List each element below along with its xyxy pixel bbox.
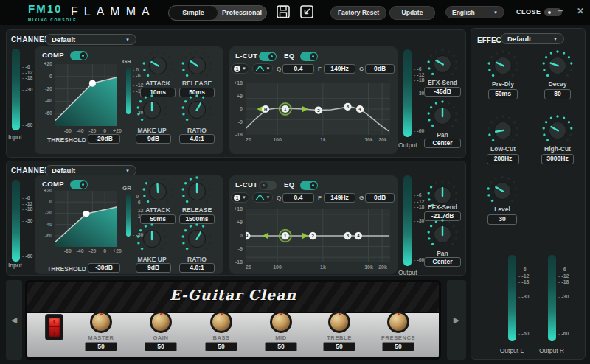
eq-toggle[interactable] bbox=[300, 181, 318, 190]
power-switch[interactable]: 0 1 bbox=[45, 314, 63, 340]
lcut-toggle[interactable] bbox=[259, 52, 277, 61]
update-button[interactable]: Update bbox=[389, 6, 435, 20]
eq-band-selector[interactable]: 1 ▼ bbox=[231, 192, 249, 203]
ratio-knob[interactable] bbox=[181, 94, 213, 126]
low-cut-knob[interactable] bbox=[487, 114, 519, 147]
q-value[interactable]: 0.4 bbox=[282, 64, 314, 74]
decay-value[interactable]: 80 bbox=[544, 89, 571, 99]
attack-label: ATTACK bbox=[142, 80, 174, 87]
bass-value[interactable]: 50 bbox=[205, 342, 237, 351]
channel2-comp-graph[interactable] bbox=[55, 191, 117, 247]
treble-knob[interactable] bbox=[328, 311, 350, 333]
attack-knob[interactable] bbox=[142, 49, 174, 82]
mid-value[interactable]: 50 bbox=[265, 342, 297, 351]
gain-value[interactable]: 50 bbox=[145, 342, 177, 351]
channel1-comp-panel: COMP +200 -20-40 -60 -60-40 -200 +20 GR … bbox=[35, 46, 223, 154]
save-preset-button[interactable] bbox=[274, 3, 292, 21]
amp-panel: E-Guitar Clean 0 1 MASTER GAIN BASS MID … bbox=[25, 280, 441, 360]
efx-send-value[interactable]: -45dB bbox=[424, 87, 461, 97]
channel2-preset-dropdown[interactable]: Default ▼ bbox=[45, 165, 136, 176]
chevron-down-icon: ▼ bbox=[493, 7, 498, 18]
channel2-eq-graph[interactable]: H1234 bbox=[246, 209, 390, 262]
decay-knob[interactable] bbox=[541, 49, 574, 82]
pre-delay-value[interactable]: 50ms bbox=[488, 89, 518, 99]
threshold-value[interactable]: -20dB bbox=[88, 134, 120, 144]
language-dropdown[interactable]: English ▼ bbox=[445, 6, 504, 18]
efx-send-knob[interactable] bbox=[426, 48, 459, 80]
filter-type-selector[interactable]: ▼ bbox=[252, 63, 273, 74]
bass-knob[interactable] bbox=[210, 311, 232, 333]
channel1-comp-graph[interactable] bbox=[55, 64, 117, 126]
prev-amp-button[interactable]: ◀ bbox=[6, 280, 22, 360]
treble-value[interactable]: 50 bbox=[323, 342, 355, 351]
ratio-knob[interactable] bbox=[181, 223, 213, 255]
presence-value[interactable]: 50 bbox=[382, 342, 414, 351]
pan-label: Pan bbox=[420, 250, 465, 257]
chevron-down-icon: ▼ bbox=[125, 38, 130, 42]
comp-toggle[interactable] bbox=[70, 51, 88, 60]
next-amp-button[interactable]: ▶ bbox=[447, 280, 466, 360]
app-logo: FM10 MIXING CONSOLE bbox=[28, 3, 77, 26]
channel1-preset-dropdown[interactable]: Default ▼ bbox=[45, 34, 136, 45]
lcut-label: L-CUT bbox=[235, 52, 258, 60]
eq-toggle[interactable] bbox=[300, 52, 318, 61]
master-knob[interactable] bbox=[90, 311, 112, 333]
q-value[interactable]: 0.4 bbox=[282, 193, 314, 203]
level-value[interactable]: 30 bbox=[487, 214, 517, 225]
makeup-value[interactable]: 9dB bbox=[136, 134, 171, 144]
lcut-toggle[interactable] bbox=[259, 181, 277, 190]
pre-delay-knob[interactable] bbox=[487, 49, 519, 82]
channel1-eq-graph[interactable]: H1234 bbox=[246, 83, 390, 135]
mid-knob[interactable] bbox=[270, 311, 292, 333]
pan-knob[interactable] bbox=[426, 218, 459, 251]
makeup-knob[interactable] bbox=[136, 223, 168, 255]
ratio-value[interactable]: 4.0:1 bbox=[179, 263, 215, 273]
f-value[interactable]: 149Hz bbox=[324, 64, 355, 74]
makeup-knob[interactable] bbox=[136, 94, 168, 126]
channel2-output-label: Output bbox=[398, 269, 417, 276]
output-r-meter-ticks: -6-12 -18-30 -60 bbox=[558, 255, 575, 341]
attack-label: ATTACK bbox=[142, 206, 174, 214]
rocker-switch-icon: 0 1 bbox=[49, 318, 60, 337]
release-label: RELEASE bbox=[181, 80, 213, 87]
attack-knob[interactable] bbox=[142, 175, 174, 208]
master-label: MASTER bbox=[79, 335, 123, 341]
f-value[interactable]: 149Hz bbox=[324, 193, 355, 203]
level-knob[interactable] bbox=[486, 175, 518, 207]
chevron-down-icon: ▼ bbox=[553, 37, 558, 41]
release-knob[interactable] bbox=[181, 175, 213, 208]
mode-simple-button[interactable]: Simple bbox=[169, 6, 218, 20]
g-value[interactable]: 0dB bbox=[365, 64, 395, 74]
effects-preset-dropdown[interactable]: Default ▼ bbox=[501, 33, 564, 44]
svg-text:H: H bbox=[246, 233, 249, 238]
chevron-down-icon: ▼ bbox=[242, 66, 246, 71]
window-close-button[interactable]: ✕ bbox=[577, 6, 584, 16]
pan-knob[interactable] bbox=[426, 99, 459, 132]
presence-knob[interactable] bbox=[387, 311, 409, 333]
output-l-meter bbox=[508, 255, 516, 341]
makeup-value[interactable]: 9dB bbox=[136, 263, 171, 273]
threshold-value[interactable]: -30dB bbox=[88, 263, 120, 273]
pan-value[interactable]: Center bbox=[424, 139, 461, 148]
comp-toggle[interactable] bbox=[70, 180, 88, 189]
low-cut-value[interactable]: 200Hz bbox=[487, 154, 519, 164]
decay-label: Decay bbox=[535, 80, 580, 88]
high-cut-value[interactable]: 3000Hz bbox=[541, 154, 574, 164]
load-preset-button[interactable] bbox=[298, 3, 316, 21]
filter-type-selector[interactable]: ▼ bbox=[252, 192, 273, 203]
chevron-down-icon: ▼ bbox=[266, 66, 271, 71]
ratio-value[interactable]: 4.0:1 bbox=[179, 134, 215, 144]
g-value[interactable]: 0dB bbox=[365, 193, 395, 203]
master-value[interactable]: 50 bbox=[85, 342, 117, 351]
mode-professional-button[interactable]: Professional bbox=[218, 6, 266, 20]
pan-value[interactable]: Center bbox=[424, 257, 461, 267]
release-knob[interactable] bbox=[181, 49, 213, 82]
gain-knob[interactable] bbox=[150, 311, 172, 333]
high-cut-knob[interactable] bbox=[541, 114, 574, 147]
minimize-button[interactable]: – bbox=[558, 4, 563, 15]
effects-panel: EFFECTS Default ▼ Pre-Dly Decay 50ms 80 … bbox=[471, 28, 586, 360]
eq-band-selector[interactable]: 1 ▼ bbox=[231, 63, 249, 74]
q-label: Q bbox=[277, 195, 281, 201]
factory-reset-button[interactable]: Factory Reset bbox=[330, 6, 386, 20]
channel1-preset-value: Default bbox=[52, 35, 75, 43]
